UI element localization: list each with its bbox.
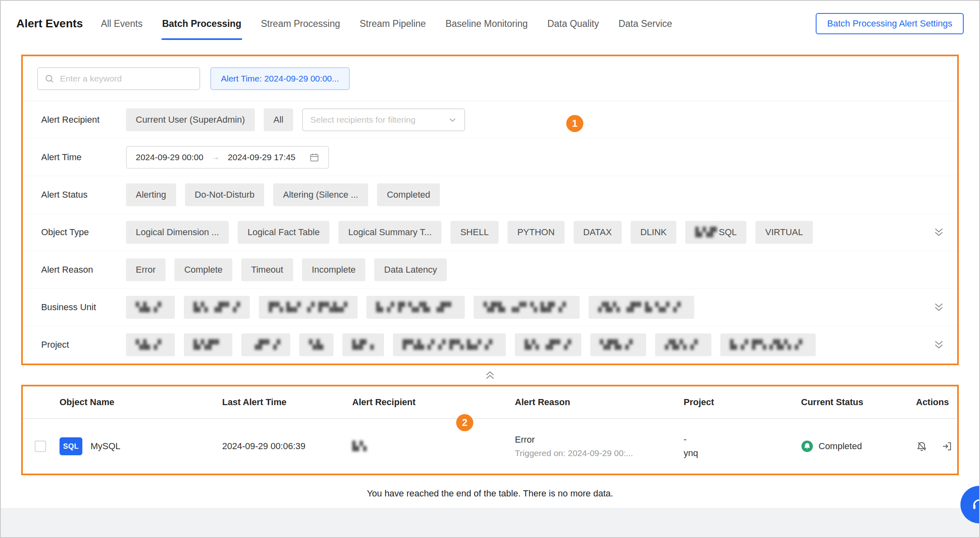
filter-option-chip[interactable]: ▙▚ ▗▛▘▞ (515, 333, 581, 356)
annotation-badge-1: 1 (566, 115, 583, 132)
filter-option-chip[interactable]: Altering (Silence ... (273, 183, 368, 206)
tab-data-quality[interactable]: Data Quality (538, 1, 609, 46)
object-type-expand-button[interactable] (933, 226, 945, 238)
status-chips: AlertingDo-Not-DisturbAltering (Silence … (126, 183, 440, 206)
alert-reason: Error (515, 433, 684, 447)
filter-label: Alert Reason (41, 265, 126, 275)
filter-label: Alert Recipient (41, 115, 126, 125)
mute-alert-button[interactable] (916, 441, 927, 452)
collapse-filters-button[interactable] (484, 369, 496, 381)
table-header-row: Object NameLast Alert TimeAlert Recipien… (23, 386, 957, 419)
filter-option-chip[interactable]: ▚▛▙▗▘ (590, 333, 647, 356)
filter-option-chip[interactable]: PYTHON (508, 221, 565, 244)
filter-label: Project (41, 340, 126, 350)
filter-option-chip[interactable]: ▞▙▚ ▗▛▘▙ ▚▞▗▘ (589, 296, 694, 319)
filter-option-chip[interactable]: All (264, 108, 293, 131)
filter-option-chip[interactable]: ▛▚ ▙▞ ▗▘▛▚▙▞ (259, 296, 357, 319)
tab-batch-processing[interactable]: Batch Processing (152, 1, 251, 46)
row-checkbox[interactable] (35, 441, 46, 452)
filter-label: Alert Status (41, 190, 126, 200)
recipient-select-placeholder: Select recipients for filtering (310, 115, 415, 125)
alert-table-panel: 2 Object NameLast Alert TimeAlert Recipi… (21, 385, 959, 475)
column-header: Project (684, 397, 801, 408)
filter-row-alert-status: Alert Status AlertingDo-Not-DisturbAlter… (23, 176, 957, 214)
page-footer-background (1, 508, 979, 537)
alert-recipient-redacted: ▙▚ (352, 441, 367, 451)
keyword-input[interactable] (60, 74, 193, 84)
table-row[interactable]: SQL MySQL 2024-09-29 00:06:39 ▙▚ Error T… (23, 419, 957, 474)
filter-option-chip[interactable]: ▙▗▘▛ ▚▞▙ ▗▛▘ (366, 296, 465, 319)
tab-stream-processing[interactable]: Stream Processing (251, 1, 350, 46)
filter-option-chip[interactable]: VIRTUAL (755, 221, 813, 244)
bell-off-icon (916, 441, 927, 452)
filter-option-chip[interactable]: ▚▙▗▘ (126, 333, 175, 356)
filter-row-project: Project ▚▙▗▘▙▚▛▘▗▛▘▞▚▙▙▛▗▛▚▙ ▞▗▘▛▚ ▙▞▗▘▙… (23, 326, 957, 364)
column-header: Alert Recipient (352, 397, 515, 408)
last-alert-time: 2024-09-29 00:06:39 (222, 441, 352, 452)
filter-option-chip[interactable]: Logical Dimension ... (126, 221, 229, 244)
filter-option-chip[interactable]: Do-Not-Disturb (185, 183, 265, 206)
alert-time-range-picker[interactable]: 2024-09-29 00:00 → 2024-09-29 17:45 (126, 146, 329, 169)
filter-option-chip[interactable]: ▗▛▘▞ (241, 333, 290, 356)
double-chevron-down-icon (933, 301, 945, 313)
calendar-icon (309, 152, 319, 162)
project-line1: - (684, 432, 801, 446)
filter-option-chip[interactable]: Completed (377, 183, 440, 206)
filter-option-chip[interactable]: ▚▛▙ ▗▞▘▚ ▙▛▗▘ (474, 296, 579, 319)
search-row: Alert Time: 2024-09-29 00:00... (23, 56, 957, 101)
filter-option-chip[interactable]: Incomplete (302, 258, 366, 281)
tab-baseline-monitoring[interactable]: Baseline Monitoring (436, 1, 538, 46)
filter-option-chip[interactable]: ▞▙▚▗▘ (655, 333, 711, 356)
filter-option-chip[interactable]: ▙▚▛▘ (184, 333, 233, 356)
filter-option-chip[interactable]: ▛▚▙ ▞▗▘▛▚ ▙▞▗▘ (393, 333, 506, 356)
status-text: Completed (819, 441, 862, 452)
tab-all-events[interactable]: All Events (91, 1, 152, 46)
project-chips: ▚▙▗▘▙▚▛▘▗▛▘▞▚▙▙▛▗▛▚▙ ▞▗▘▛▚ ▙▞▗▘▙▚ ▗▛▘▞▚▛… (126, 333, 816, 356)
range-start-value: 2024-09-29 00:00 (136, 152, 203, 162)
filter-row-business-unit: Business Unit ▚▙▗▘▙▚ ▗▛▘▞▛▚ ▙▞ ▗▘▛▚▙▞▙▗▘… (23, 289, 957, 326)
filter-option-chip[interactable]: Data Latency (374, 258, 447, 281)
tab-stream-pipeline[interactable]: Stream Pipeline (350, 1, 435, 46)
filter-option-chip[interactable]: ▚▙▗▘ (126, 296, 175, 319)
filter-option-chip[interactable]: DATAX (574, 221, 622, 244)
project-expand-button[interactable] (933, 339, 945, 351)
filter-option-chip[interactable]: Error (126, 258, 166, 281)
filter-option-chip[interactable]: Logical Fact Table (238, 221, 329, 244)
filter-option-chip[interactable]: ▙▚ ▗▛▘▞ (184, 296, 250, 319)
filter-option-chip[interactable]: ▙▚▛SQL (685, 221, 746, 244)
filter-option-chip[interactable]: SHELL (450, 221, 499, 244)
annotation-badge-2: 2 (456, 414, 473, 431)
filter-panel: 1 Alert Time: 2024-09-29 00:00... Alert … (21, 55, 959, 365)
filter-row-alert-time: Alert Time 2024-09-29 00:00 → 2024-09-29… (23, 139, 957, 176)
keyword-search-box[interactable] (37, 67, 200, 90)
exit-arrow-icon (941, 441, 953, 452)
alert-reason-detail: Triggered on: 2024-09-29 00:... (515, 447, 684, 460)
filter-option-chip[interactable]: Complete (174, 258, 232, 281)
business-unit-expand-button[interactable] (933, 301, 945, 313)
filter-option-chip[interactable]: Alerting (126, 183, 176, 206)
filter-option-chip[interactable]: Timeout (241, 258, 293, 281)
tab-data-service[interactable]: Data Service (609, 1, 682, 46)
column-header: Object Name (60, 397, 222, 408)
column-header: Current Status (801, 397, 916, 408)
page-title: Alert Events (16, 17, 83, 30)
filter-option-chip[interactable]: ▙▛▗ (342, 333, 384, 356)
filter-option-chip[interactable]: ▚▙ (299, 333, 333, 356)
filter-label: Object Type (41, 227, 126, 238)
filter-label: Alert Time (41, 152, 126, 163)
project-line2: ynq (684, 446, 801, 460)
recipient-select[interactable]: Select recipients for filtering (302, 108, 465, 131)
sql-object-icon: SQL (60, 437, 82, 455)
chevron-down-icon (448, 115, 457, 124)
filter-option-chip[interactable]: Logical Summary T... (338, 221, 441, 244)
filter-option-chip[interactable]: DLINK (631, 221, 677, 244)
filter-row-alert-recipient: Alert Recipient Current User (SuperAdmin… (23, 101, 957, 139)
filter-option-chip[interactable]: ▙▗▘▛▚ ▞▙▚▗▘ (720, 333, 816, 356)
alert-time-filter-chip[interactable]: Alert Time: 2024-09-29 00:00... (210, 67, 350, 90)
search-icon (44, 74, 54, 84)
business-unit-chips: ▚▙▗▘▙▚ ▗▛▘▞▛▚ ▙▞ ▗▘▛▚▙▞▙▗▘▛ ▚▞▙ ▗▛▘▚▛▙ ▗… (126, 296, 694, 319)
column-header: Actions (916, 397, 957, 408)
filter-option-chip[interactable]: Current User (SuperAdmin) (126, 108, 255, 131)
open-detail-button[interactable] (941, 441, 953, 452)
batch-processing-alert-settings-button[interactable]: Batch Processing Alert Settings (816, 13, 964, 34)
